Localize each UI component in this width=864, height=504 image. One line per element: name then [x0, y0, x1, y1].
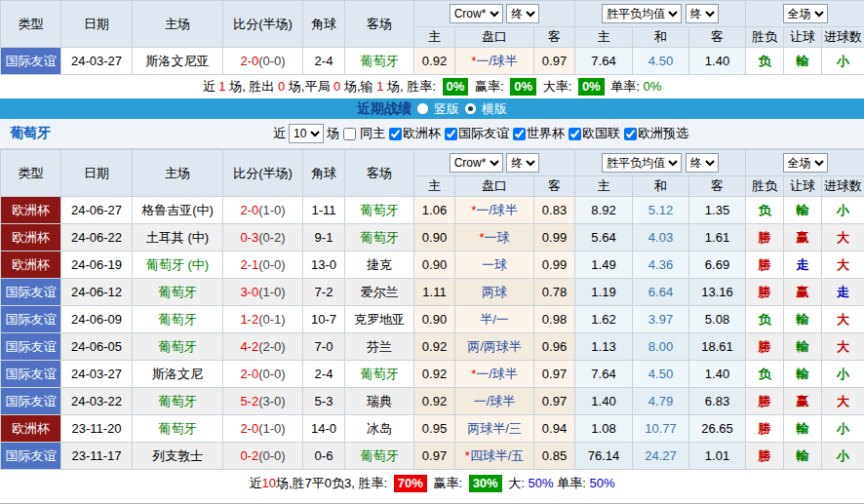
halftime-score: (1-0): [258, 203, 285, 217]
summary-text: 赢率:: [475, 79, 504, 94]
handicap-text: 一/球半: [474, 394, 516, 408]
avg-stage-select-2[interactable]: 终: [686, 153, 719, 173]
summary-number: 0: [334, 79, 340, 94]
date-cell: 24-06-09: [61, 306, 133, 333]
odds-stage-select[interactable]: 终: [506, 4, 539, 23]
handicap-win-rate-badge: 30%: [469, 475, 502, 492]
result-cell: 勝: [746, 224, 784, 252]
result-cell: 勝: [746, 415, 784, 443]
date-cell: 24-06-22: [61, 224, 133, 252]
col-result: 胜负: [746, 176, 784, 197]
fulltime-score: 3-0: [240, 285, 258, 299]
corner-cell: 5-3: [303, 388, 345, 415]
home-team-cell: 斯洛文尼亚: [133, 48, 223, 75]
col-away: 客场: [345, 150, 414, 197]
halftime-score: (0-1): [258, 312, 285, 327]
scope-select[interactable]: 全场: [783, 4, 828, 23]
score-cell: 0-3(0-2): [223, 224, 303, 252]
summary-text: 场,平局: [289, 79, 331, 94]
odds-away-cell: 0.99: [534, 252, 575, 279]
recent-results-bar: 近期战绩 竖版 横版: [0, 98, 864, 119]
avg-select[interactable]: 胜平负均值: [602, 4, 682, 23]
friendly-checkbox[interactable]: [445, 128, 457, 140]
vertical-layout-label[interactable]: 竖版: [434, 100, 459, 118]
handicap-text: 一/球半: [476, 203, 518, 217]
avg-dropdowns: 胜平负均值 终: [575, 150, 746, 176]
euro-qualifier-checkbox[interactable]: [624, 128, 637, 140]
result-cell: 勝: [746, 388, 784, 415]
halftime-score: (0-0): [258, 448, 285, 463]
let-ball-cell: 赢: [784, 388, 822, 415]
let-ball-cell: 赢: [784, 279, 822, 306]
corner-cell: 7-0: [303, 333, 345, 361]
competition-cell: 欧洲杯: [1, 252, 61, 279]
match-row: 欧洲杯 24-06-27 格鲁吉亚(中) 2-0(1-0) 1-11 葡萄牙 1…: [1, 197, 864, 224]
score-cell: 4-2(2-0): [223, 333, 303, 361]
win-rate-badge: 70%: [394, 475, 427, 492]
fulltime-score: 2-0: [240, 367, 258, 381]
vertical-layout-radio[interactable]: [417, 103, 428, 114]
corner-cell: 10-7: [303, 306, 345, 333]
avg-stage-select[interactable]: 终: [686, 4, 719, 23]
avg-away-cell: 1.01: [689, 443, 746, 470]
home-team-cell: 列支敦士: [133, 443, 223, 470]
avg-select-2[interactable]: 胜平负均值: [602, 153, 682, 173]
avg-away-cell: 6.69: [689, 252, 746, 279]
recent-count-select[interactable]: 10: [289, 124, 324, 143]
odds-dropdowns: Crow* 终: [414, 150, 575, 176]
competition-cell: 欧洲杯: [1, 224, 61, 252]
odds-away-cell: 0.97: [534, 48, 575, 75]
score-cell: 2-0(1-0): [223, 197, 303, 224]
summary-number: 0: [278, 79, 285, 94]
let-ball-cell: 輸: [784, 361, 822, 388]
nations-league-checkbox[interactable]: [569, 128, 581, 140]
handicap-text: 一球: [482, 257, 507, 272]
scope-select-2[interactable]: 全场: [783, 153, 828, 173]
col-type: 类型: [1, 150, 61, 197]
win-rate-badge: 0%: [443, 78, 469, 96]
odds-home-cell: 0.90: [414, 224, 455, 252]
home-team-cell: 斯洛文尼: [133, 361, 223, 388]
date-cell: 24-06-12: [61, 279, 133, 306]
bookmaker-select[interactable]: Crow*: [450, 4, 503, 23]
single-rate-value: 0%: [644, 79, 662, 94]
avg-home-cell: 1.49: [575, 252, 633, 279]
let-ball-cell: 輸: [784, 333, 822, 361]
same-home-checkbox[interactable]: [343, 128, 356, 140]
halftime-score: (0-2): [258, 230, 285, 245]
competition-cell: 国际友谊: [1, 48, 61, 75]
avg-home-cell: 5.64: [575, 224, 633, 252]
let-ball-cell: 輸: [784, 415, 822, 443]
handicap-cell: 两/两球半: [455, 333, 534, 361]
avg-draw-cell: 6.64: [633, 279, 689, 306]
odds-stage-select-2[interactable]: 终: [506, 153, 539, 173]
match-row: 欧洲杯 23-11-20 葡萄牙 2-0(1-0) 14-0 冰岛 0.95 两…: [1, 415, 864, 443]
bookmaker-select-2[interactable]: Crow*: [450, 153, 503, 173]
score-cell: 2-0(0-0): [223, 48, 303, 75]
col-corner: 角球: [303, 1, 345, 48]
score-cell: 5-2(3-0): [223, 388, 303, 415]
col-goals: 进球数: [822, 27, 864, 48]
corner-cell: 14-0: [303, 415, 345, 443]
friendly-label: 国际友谊: [458, 125, 509, 142]
col-avg-draw: 和: [633, 27, 689, 48]
avg-draw-cell: 10.77: [633, 415, 689, 443]
match-row: 国际友谊 24-06-09 葡萄牙 1-2(0-1) 10-7 克罗地亚 0.9…: [1, 306, 864, 333]
avg-dropdowns: 胜平负均值 终: [575, 1, 746, 27]
horizontal-layout-radio[interactable]: [465, 103, 476, 114]
summary-number: 1: [376, 79, 383, 94]
summary-text: 近: [203, 79, 216, 94]
col-odds-away: 客: [534, 176, 575, 197]
corner-cell: 9-1: [303, 224, 345, 252]
horizontal-layout-label[interactable]: 横版: [482, 100, 507, 118]
team-name: 葡萄牙: [0, 125, 273, 142]
handicap-cell: *一球: [455, 224, 534, 252]
world-cup-checkbox[interactable]: [513, 128, 526, 140]
euro-cup-checkbox[interactable]: [389, 128, 402, 140]
let-ball-cell: 走: [784, 252, 822, 279]
match-row: 国际友谊 24-03-27 斯洛文尼 2-0(0-0) 2-4 葡萄牙 0.92…: [1, 361, 864, 388]
goals-cell: 大: [822, 224, 864, 252]
avg-home-cell: 1.13: [575, 333, 633, 361]
competition-cell: 国际友谊: [1, 333, 61, 361]
summary-text: 场,胜7平0负3, 胜率:: [276, 476, 387, 490]
